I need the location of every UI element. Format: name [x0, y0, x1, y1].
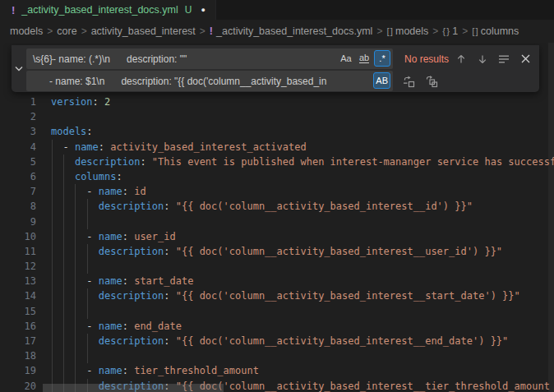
- breadcrumb-label: columns: [481, 25, 519, 37]
- line-number[interactable]: 17: [0, 334, 36, 348]
- line-number[interactable]: 4: [0, 140, 36, 154]
- code-text: - name: id: [51, 186, 146, 197]
- indent-guide: [52, 348, 53, 363]
- indent-guide: [52, 288, 53, 303]
- code-text: - name: activity_based_interest_activate…: [51, 141, 307, 153]
- previous-match-button[interactable]: [452, 50, 470, 68]
- code-line[interactable]: 18: [0, 348, 554, 363]
- line-number[interactable]: 14: [0, 288, 36, 303]
- code-line[interactable]: 12: [0, 259, 554, 274]
- match-case-button[interactable]: Aa: [338, 50, 354, 67]
- indent-guide: [63, 348, 64, 363]
- code-line[interactable]: 1version: 2: [0, 95, 554, 109]
- indent-guide: [75, 229, 76, 244]
- breadcrumb-item[interactable]: !_activity_based_interest_docs.yml: [210, 25, 373, 37]
- code-line[interactable]: 15: [0, 304, 554, 319]
- vertical-scrollbar[interactable]: [548, 43, 554, 392]
- find-input[interactable]: \s{6}- name: (.*)\n description: "" Aa a…: [26, 48, 393, 69]
- preserve-case-button[interactable]: AB: [373, 72, 390, 89]
- code-text: models:: [51, 126, 93, 137]
- array-symbol-icon: [ ]: [472, 26, 478, 36]
- code-line[interactable]: 2: [0, 109, 554, 124]
- breadcrumb-item[interactable]: activity_based_interest: [91, 25, 196, 37]
- line-number[interactable]: 16: [0, 319, 36, 334]
- line-number[interactable]: 15: [0, 304, 36, 319]
- code-line[interactable]: 10 - name: user_id: [0, 229, 554, 244]
- indent-guide: [87, 334, 88, 348]
- line-number[interactable]: 10: [0, 229, 36, 244]
- line-number[interactable]: 2: [0, 109, 36, 124]
- line-number[interactable]: 3: [0, 124, 36, 139]
- line-number[interactable]: 11: [0, 244, 36, 259]
- code-line[interactable]: 7 - name: id: [0, 184, 554, 199]
- find-widget: \s{6}- name: (.*)\n description: "" Aa a…: [12, 45, 539, 92]
- modified-dot-icon[interactable]: ●: [201, 6, 205, 14]
- line-number[interactable]: 12: [0, 259, 36, 274]
- code-line[interactable]: 4 - name: activity_based_interest_activa…: [0, 140, 554, 154]
- git-status-badge: U: [185, 4, 192, 16]
- code-text: columns:: [51, 171, 122, 182]
- whole-word-button[interactable]: ab: [356, 50, 372, 67]
- line-number[interactable]: 19: [0, 363, 36, 378]
- indent-guide: [75, 348, 76, 363]
- indent-guide: [63, 169, 64, 184]
- tab-active[interactable]: ! _activity_based_interest_docs.yml U ●: [0, 0, 216, 20]
- chevron-right-icon: >: [47, 25, 53, 37]
- replace-input[interactable]: - name: $1\n description: "{{ doc('colum…: [26, 71, 393, 91]
- breadcrumb-label: _activity_based_interest_docs.yml: [216, 25, 372, 37]
- vscode-window: ! _activity_based_interest_docs.yml U ● …: [0, 0, 554, 392]
- line-number[interactable]: 5: [0, 154, 36, 169]
- code-line[interactable]: 5 description: "This event is published …: [0, 154, 554, 169]
- breadcrumb-label: core: [57, 25, 76, 37]
- toggle-replace-button[interactable]: [12, 45, 25, 92]
- indent-guide: [75, 184, 76, 199]
- indent-guide: [63, 214, 64, 229]
- find-in-selection-button[interactable]: [495, 50, 513, 68]
- line-number[interactable]: 9: [0, 214, 36, 229]
- breadcrumb-item[interactable]: [ ]columns: [472, 25, 519, 37]
- code-line[interactable]: 17 description: "{{ doc('column__activit…: [0, 334, 554, 348]
- line-number[interactable]: 8: [0, 199, 36, 214]
- replace-all-button[interactable]: [422, 72, 441, 90]
- line-number[interactable]: 20: [0, 379, 36, 392]
- next-match-button[interactable]: [473, 50, 492, 68]
- indent-guide: [63, 288, 64, 303]
- breadcrumb-item[interactable]: [ ]models: [386, 25, 428, 37]
- line-number[interactable]: 13: [0, 274, 36, 288]
- indent-guide: [87, 199, 88, 214]
- breadcrumb-item[interactable]: { }1: [442, 25, 458, 37]
- breadcrumb-label: models: [10, 25, 43, 37]
- breadcrumb-item[interactable]: core: [57, 25, 76, 37]
- code-text: - name: start_date: [51, 275, 193, 287]
- breadcrumb-item[interactable]: models: [10, 25, 43, 37]
- indent-guide: [75, 259, 76, 274]
- code-line[interactable]: 16 - name: end_date: [0, 319, 554, 334]
- indent-guide: [87, 348, 88, 363]
- code-area[interactable]: 1version: 223models:4 - name: activity_b…: [0, 95, 554, 392]
- breadcrumb-label: 1: [452, 25, 458, 37]
- indent-guide: [63, 334, 64, 348]
- line-number[interactable]: 6: [0, 169, 36, 184]
- editor[interactable]: \s{6}- name: (.*)\n description: "" Aa a…: [0, 43, 554, 392]
- code-line[interactable]: 8 description: "{{ doc('column__activity…: [0, 199, 554, 214]
- find-in-selection-icon: [498, 53, 510, 65]
- line-number[interactable]: 1: [0, 95, 36, 109]
- line-number[interactable]: 18: [0, 348, 36, 363]
- code-line[interactable]: 3models:: [0, 124, 554, 139]
- code-line[interactable]: 19 - name: tier_threshold_amount: [0, 363, 554, 378]
- close-button[interactable]: [516, 50, 534, 68]
- replace-button[interactable]: [399, 72, 418, 90]
- code-line[interactable]: 9: [0, 214, 554, 229]
- line-number[interactable]: 7: [0, 184, 36, 199]
- indent-guide: [52, 244, 53, 259]
- regex-button[interactable]: .*: [374, 50, 390, 67]
- whole-word-icon: ab: [359, 53, 369, 63]
- code-line[interactable]: 6 columns:: [0, 169, 554, 184]
- code-line[interactable]: 14 description: "{{ doc('column__activit…: [0, 288, 554, 303]
- code-line[interactable]: 13 - name: start_date: [0, 274, 554, 288]
- indent-guide: [75, 319, 76, 334]
- breadcrumb-label: models: [395, 25, 428, 37]
- horizontal-scrollbar[interactable]: [43, 384, 224, 392]
- code-line[interactable]: 11 description: "{{ doc('column__activit…: [0, 244, 554, 259]
- indent-guide: [63, 259, 64, 274]
